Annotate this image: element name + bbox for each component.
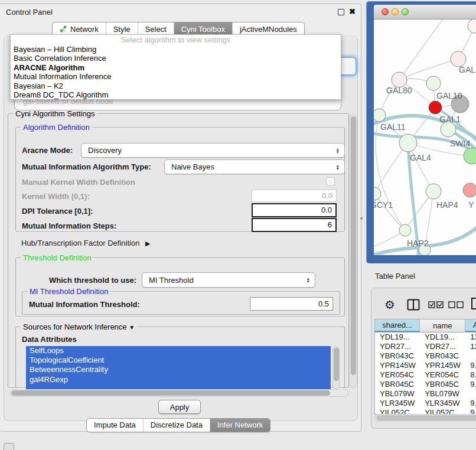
close-icon[interactable]: ✖ bbox=[349, 7, 356, 16]
sources-title: Sources for Network Inference bbox=[23, 322, 127, 331]
mi-threshold-title: MI Threshold Definition bbox=[27, 287, 110, 296]
table-row[interactable]: YBL079WYBL079W bbox=[375, 389, 476, 399]
corner-grid-button[interactable] bbox=[4, 443, 14, 450]
column-header-partial[interactable]: A bbox=[465, 319, 476, 332]
node-green-partial[interactable] bbox=[464, 148, 476, 164]
mi-type-combo[interactable]: Naive Bayes ▲▼ bbox=[164, 159, 345, 174]
table-row[interactable]: YBR045CYBR045C9. bbox=[375, 380, 476, 389]
node-label: GAL11 bbox=[380, 122, 406, 132]
node-gcy1[interactable] bbox=[374, 187, 381, 200]
tab-discretize-data[interactable]: Discretize Data bbox=[143, 419, 210, 432]
tab-network-label: Network bbox=[70, 25, 99, 34]
stepper-arrows-icon: ▲▼ bbox=[336, 148, 340, 154]
dpi-tolerance-label: DPI Tolerance [0,1]: bbox=[22, 207, 93, 216]
node-table: shared... name A YDL19...YDL19...13 YDR2… bbox=[374, 319, 476, 415]
node-label: SWI4 bbox=[450, 139, 470, 148]
collapse-down-icon: ▼ bbox=[129, 324, 135, 331]
settings-vertical-scrollbar[interactable] bbox=[350, 114, 357, 388]
settings-hscrollbar-thumb[interactable] bbox=[11, 390, 330, 396]
table-row[interactable]: YDL19...YDL19...13 bbox=[375, 332, 476, 342]
table-row[interactable]: YBR043CYBR043C bbox=[375, 351, 476, 361]
node-label: GAL4 bbox=[410, 153, 431, 162]
bottom-tabs: Impute Data Discretize Data Infer Networ… bbox=[86, 418, 270, 432]
node-partial-top[interactable] bbox=[468, 19, 476, 33]
kernel-width-field[interactable]: 0.0 bbox=[252, 190, 337, 202]
which-threshold-value: MI Threshold bbox=[149, 276, 194, 285]
table-row[interactable]: YPR145WYPR145W9. bbox=[375, 361, 476, 370]
gear-icon[interactable]: ⚙ bbox=[384, 298, 395, 312]
close-traffic-light-icon[interactable] bbox=[382, 8, 389, 15]
dpi-tolerance-field[interactable]: 0.0 bbox=[252, 203, 337, 217]
network-canvas[interactable]: GAL GAL80 GAL10 GAL1 GAL11 SWI4 GAL4 GCY… bbox=[374, 19, 476, 255]
node-hap4[interactable] bbox=[426, 184, 441, 199]
attributes-scrollbar-thumb[interactable] bbox=[334, 348, 339, 381]
deselect-all-checkboxes-icon[interactable] bbox=[448, 301, 464, 308]
popup-item-aracne[interactable]: ARACNE Algorithm bbox=[11, 63, 341, 72]
float-window-icon[interactable] bbox=[338, 9, 344, 15]
mi-steps-field[interactable]: 6 bbox=[252, 218, 337, 232]
kernel-width-label: Kernel Width (0,1): bbox=[22, 192, 90, 201]
network-icon bbox=[60, 25, 67, 32]
sources-title-wrap[interactable]: Sources for Network Inference ▼ bbox=[21, 322, 137, 331]
export-table-icon[interactable] bbox=[471, 297, 476, 310]
popup-item-bayesian-k2[interactable]: Bayesian – K2 bbox=[11, 81, 341, 90]
node-label: GAL1 bbox=[439, 115, 461, 124]
table-panel: ⚙ shared... name A YDL19...YDL19...13 YD… bbox=[371, 288, 476, 429]
node-label: GCY1 bbox=[374, 200, 393, 210]
hub-definition-label: Hub/Transcription Factor Definition bbox=[21, 239, 139, 247]
which-threshold-label: Which threshold to use: bbox=[49, 276, 136, 285]
table-row[interactable]: YLR345WYLR345W9. bbox=[375, 399, 476, 408]
splitpane-collapse-icon[interactable]: ◂ bbox=[360, 215, 363, 221]
tab-infer-network[interactable]: Infer Network bbox=[210, 419, 270, 432]
node-y-partial[interactable] bbox=[463, 183, 476, 197]
mi-type-value: Naive Bayes bbox=[171, 162, 214, 171]
data-attributes-list: SelfLoops TopologicalCoefficient Between… bbox=[26, 346, 331, 389]
apply-button[interactable]: Apply bbox=[158, 400, 201, 414]
node-gal11[interactable] bbox=[374, 109, 386, 122]
manual-kernel-checkbox[interactable] bbox=[326, 177, 335, 186]
settings-horizontal-scrollbar[interactable] bbox=[9, 389, 348, 397]
node-label: GAL bbox=[459, 65, 475, 74]
mi-steps-label: Mutual Information Steps: bbox=[22, 221, 116, 230]
table-row[interactable]: YDR27...YDR27...12 bbox=[375, 342, 476, 351]
sources-group: Sources for Network Inference ▼ Data Att… bbox=[15, 327, 345, 389]
network-window-titlebar[interactable] bbox=[374, 5, 476, 19]
table-hscrollbar-thumb[interactable] bbox=[376, 415, 476, 420]
algorithm-dropdown-popup: Select algorithm to view settings Bayesi… bbox=[10, 34, 341, 100]
minimize-traffic-light-icon[interactable] bbox=[392, 8, 399, 15]
attribute-gal4rgexp[interactable]: gal4RGexp bbox=[26, 375, 331, 384]
tab-impute-data[interactable]: Impute Data bbox=[87, 419, 143, 432]
expand-right-icon: ▶ bbox=[145, 240, 150, 247]
zoom-traffic-light-icon[interactable] bbox=[402, 8, 409, 15]
aracne-mode-combo[interactable]: Discovery ▲▼ bbox=[81, 143, 345, 158]
stepper-arrows-icon: ▲▼ bbox=[336, 164, 340, 170]
aracne-mode-value: Discovery bbox=[88, 146, 122, 155]
column-header-shared-name[interactable]: shared... bbox=[375, 319, 420, 332]
popup-item-basic-correlation[interactable]: Basic Correlation Inference bbox=[11, 54, 341, 63]
hub-definition-toggle[interactable]: Hub/Transcription Factor Definition ▶ bbox=[21, 239, 150, 247]
table-header-row: shared... name A bbox=[375, 319, 476, 332]
attribute-betweennesscentrality[interactable]: BetweennessCentrality bbox=[26, 365, 331, 374]
attributes-scrollbar[interactable] bbox=[332, 346, 340, 389]
settings-vscrollbar-thumb[interactable] bbox=[351, 116, 356, 375]
table-horizontal-scrollbar[interactable] bbox=[374, 414, 476, 421]
node-hap2[interactable] bbox=[399, 224, 411, 236]
node-gal1[interactable] bbox=[429, 101, 442, 114]
popup-item-bayesian-hill-climbing[interactable]: Bayesian – Hill Climbing bbox=[11, 45, 341, 54]
table-row[interactable]: YER054CYER054C8. bbox=[375, 370, 476, 380]
table-panel-title: Table Panel bbox=[375, 272, 415, 281]
manual-kernel-label: Manual Kernel Width Definition bbox=[22, 178, 135, 187]
select-all-checkboxes-icon[interactable] bbox=[428, 301, 444, 308]
node-gal10[interactable] bbox=[426, 76, 441, 90]
mi-threshold-field[interactable]: 0.5 bbox=[250, 297, 333, 311]
popup-item-mutual-information[interactable]: Mutual Information Inference bbox=[11, 72, 341, 81]
node-gal4[interactable] bbox=[399, 134, 417, 152]
which-threshold-combo[interactable]: MI Threshold ▲▼ bbox=[142, 272, 315, 288]
attribute-topologicalcoefficient[interactable]: TopologicalCoefficient bbox=[26, 356, 331, 365]
column-header-name[interactable]: name bbox=[420, 319, 465, 332]
mi-threshold-label: Mutual Information Threshold: bbox=[29, 300, 140, 309]
attribute-selfloops[interactable]: SelfLoops bbox=[26, 346, 331, 356]
algorithm-definition-group: Algorithm Definition Aracne Mode: Discov… bbox=[15, 127, 345, 232]
popup-item-dream8[interactable]: Dream8 DC_TDC Algorithm bbox=[11, 90, 341, 99]
column-browser-icon[interactable] bbox=[407, 299, 420, 311]
